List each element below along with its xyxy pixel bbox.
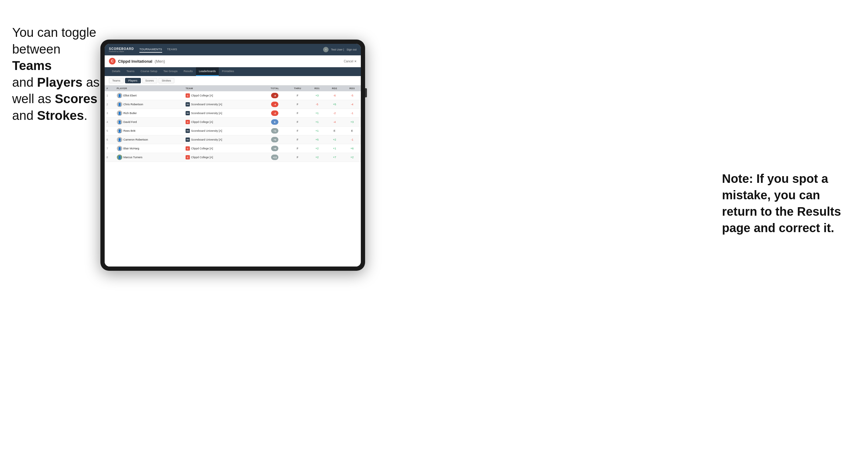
cell-player: 👤Blair McHarg	[115, 144, 184, 153]
cell-rank: 1	[105, 91, 115, 100]
players-bold: Players	[37, 75, 83, 89]
player-name: David Ford	[124, 121, 137, 124]
tournament-name: Clippd Invitational (Men)	[118, 59, 165, 64]
tab-course-setup[interactable]: Course Setup	[137, 67, 160, 76]
cell-total: E	[263, 118, 287, 127]
cell-rd3: -1	[343, 109, 361, 118]
cell-rd3: +6	[343, 144, 361, 153]
cell-rank: 4	[105, 118, 115, 127]
player-avatar: 👤	[117, 93, 122, 98]
cell-player: 👤David Ford	[115, 118, 184, 127]
team-logo: SU	[186, 137, 190, 142]
player-name: Rich Butler	[124, 112, 137, 115]
cell-team: CClippd College [A]	[184, 144, 263, 153]
scores-bold: Scores	[55, 92, 97, 106]
left-annotation: You can toggle between Teams and Players…	[12, 24, 100, 124]
cell-team: SUScoreboard University [A]	[184, 100, 263, 109]
cell-rd2: E	[326, 127, 343, 135]
cell-thru: F	[287, 109, 309, 118]
cell-total: +6	[263, 135, 287, 144]
cell-team: CClippd College [A]	[184, 153, 263, 162]
tab-printables[interactable]: Printables	[219, 67, 237, 76]
score-badge: E	[271, 119, 278, 125]
col-team: TEAM	[184, 86, 263, 91]
tab-results[interactable]: Results	[181, 67, 196, 76]
player-name: Rees Britt	[124, 129, 136, 132]
table-row: 1👤Elliot EbertCClippd College [A]-8F+3-6…	[105, 91, 361, 100]
team-logo: C	[186, 146, 190, 151]
player-name: Cameron Robertson	[124, 138, 148, 141]
cell-total: -8	[263, 91, 287, 100]
logo-main-text: SCOREBOARD	[109, 47, 134, 51]
cell-rd1: +2	[308, 144, 326, 153]
tab-teams[interactable]: Teams	[124, 67, 138, 76]
strokes-bold: Strokes	[37, 108, 84, 123]
col-rank: #	[105, 86, 115, 91]
team-name: Clippd College [A]	[191, 121, 213, 124]
user-label: Test User |	[331, 48, 344, 51]
team-logo: C	[186, 93, 190, 98]
leaderboard-table: # PLAYER TEAM TOTAL THRU RD1 RD2 RD3 1👤E…	[105, 86, 361, 267]
score-badge: +1	[271, 128, 278, 133]
logo-sub-text: Powered by clippd	[109, 51, 134, 52]
cell-rank: 8	[105, 153, 115, 162]
scoreboard-logo: SCOREBOARD Powered by clippd	[109, 47, 134, 52]
col-total: TOTAL	[263, 86, 287, 91]
cell-rd3: -1	[343, 135, 361, 144]
score-badge: -8	[271, 93, 278, 98]
score-badge: -4	[271, 102, 278, 107]
tab-leaderboards[interactable]: Leaderboards	[196, 67, 219, 76]
cell-player: 👤Rich Butler	[115, 109, 184, 118]
cancel-button[interactable]: Cancel ✕	[344, 60, 356, 63]
player-avatar: 👤	[117, 119, 122, 125]
col-rd3: RD3	[343, 86, 361, 91]
sub-tab-teams[interactable]: Teams	[109, 78, 124, 83]
cell-total: +8	[263, 144, 287, 153]
player-avatar: 👤	[117, 155, 122, 160]
cell-rd1: +1	[308, 109, 326, 118]
cell-total: +11	[263, 153, 287, 162]
signout-link[interactable]: Sign out	[346, 48, 356, 51]
cell-rd3: +2	[343, 153, 361, 162]
cell-rank: 2	[105, 100, 115, 109]
score-badge: +8	[271, 146, 278, 151]
team-name: Clippd College [A]	[191, 94, 213, 97]
cell-player: 👤Chris Robertson	[115, 100, 184, 109]
sub-tab-players[interactable]: Players	[125, 78, 141, 83]
tournament-title: C Clippd Invitational (Men)	[109, 58, 165, 64]
player-avatar: 👤	[117, 102, 122, 107]
cell-rank: 5	[105, 127, 115, 135]
table-row: 7👤Blair McHargCClippd College [A]+8F+2+1…	[105, 144, 361, 153]
cell-rd2: -2	[326, 109, 343, 118]
col-thru: THRU	[287, 86, 309, 91]
cell-rd2: +2	[326, 135, 343, 144]
score-badge: +11	[271, 155, 278, 160]
tab-tee-groups[interactable]: Tee Groups	[160, 67, 181, 76]
cell-rd3: -5	[343, 91, 361, 100]
sub-tab-strokes[interactable]: Strokes	[158, 78, 175, 83]
right-annotation: Note: If you spot a mistake, you can ret…	[722, 170, 850, 236]
cell-rank: 3	[105, 109, 115, 118]
cell-rd1: +2	[308, 153, 326, 162]
cell-player: 👤Cameron Robertson	[115, 135, 184, 144]
nav-teams[interactable]: TEAMS	[167, 46, 177, 53]
nav-tournaments[interactable]: TOURNAMENTS	[140, 46, 162, 53]
teams-bold: Teams	[12, 58, 52, 73]
col-rd2: RD2	[326, 86, 343, 91]
sub-tab-scores[interactable]: Scores	[142, 78, 157, 83]
cell-rd2: +7	[326, 153, 343, 162]
cell-player: 👤Marcus Turners	[115, 153, 184, 162]
tab-details[interactable]: Details	[109, 67, 124, 76]
sub-tabs: Teams Players Scores Strokes	[105, 76, 361, 86]
player-avatar: 👤	[117, 146, 122, 151]
player-name: Marcus Turners	[124, 156, 143, 159]
user-avatar: T	[323, 47, 329, 52]
cell-player: 👤Rees Britt	[115, 127, 184, 135]
player-name: Chris Robertson	[124, 103, 143, 106]
team-name: Clippd College [A]	[191, 147, 213, 150]
note-label: Note: If you spot a mistake, you can ret…	[722, 172, 841, 235]
cell-rank: 7	[105, 144, 115, 153]
cell-rank: 6	[105, 135, 115, 144]
player-avatar: 👤	[117, 111, 122, 116]
player-avatar: 👤	[117, 137, 122, 143]
